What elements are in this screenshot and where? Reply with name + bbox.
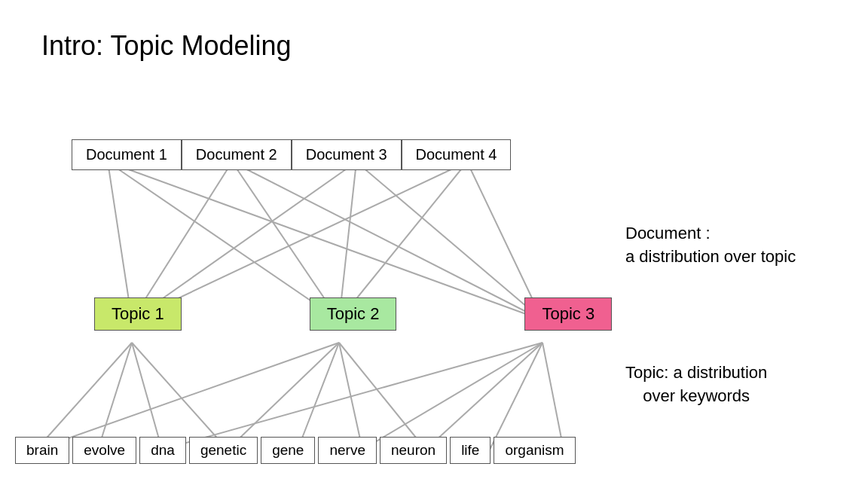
keyword-brain: brain	[15, 437, 69, 464]
keyword-organism: organism	[494, 437, 575, 464]
svg-line-21	[362, 343, 542, 450]
topic-row: Topic 1 Topic 2 Topic 3	[72, 297, 612, 331]
svg-line-3	[132, 162, 232, 320]
annotation-topic: Topic: a distribution over keywords	[625, 361, 767, 408]
svg-line-11	[467, 162, 542, 320]
svg-line-4	[232, 162, 339, 320]
keyword-row: brain evolve dna genetic gene nerve neur…	[15, 437, 576, 464]
keyword-nerve: nerve	[318, 437, 377, 464]
document-3: Document 3	[292, 139, 402, 170]
svg-line-1	[108, 162, 339, 320]
svg-line-2	[108, 162, 542, 320]
svg-line-16	[228, 343, 339, 450]
keyword-genetic: genetic	[189, 437, 258, 464]
svg-line-15	[132, 343, 228, 450]
annotation-doc-line2: a distribution over topic	[625, 247, 796, 266]
page-title: Intro: Topic Modeling	[41, 30, 292, 62]
svg-line-12	[36, 343, 132, 450]
svg-line-9	[132, 162, 467, 320]
svg-line-20	[339, 343, 426, 450]
document-1: Document 1	[72, 139, 182, 170]
svg-line-18	[339, 343, 362, 450]
svg-line-13	[98, 343, 132, 450]
svg-line-19	[36, 343, 339, 450]
svg-line-14	[132, 343, 162, 450]
annotation-doc-line1: Document :	[625, 224, 711, 242]
keyword-evolve: evolve	[72, 437, 136, 464]
keyword-gene: gene	[261, 437, 315, 464]
annotation-topic-line2: over keywords	[643, 386, 750, 405]
svg-line-5	[232, 162, 542, 320]
svg-line-8	[356, 162, 542, 320]
keyword-life: life	[450, 437, 491, 464]
svg-line-17	[298, 343, 339, 450]
topic-3: Topic 3	[524, 297, 612, 331]
svg-line-6	[132, 162, 356, 320]
svg-line-22	[426, 343, 542, 450]
topic-2: Topic 2	[310, 297, 397, 331]
document-2: Document 2	[182, 139, 292, 170]
svg-line-23	[490, 343, 542, 450]
annotation-topic-line1: Topic: a distribution	[625, 363, 767, 382]
document-row: Document 1 Document 2 Document 3 Documen…	[72, 139, 511, 170]
svg-line-7	[339, 162, 356, 320]
svg-line-0	[108, 162, 132, 320]
keyword-neuron: neuron	[380, 437, 447, 464]
annotation-document: Document : a distribution over topic	[625, 222, 796, 269]
keyword-dna: dna	[139, 437, 186, 464]
svg-line-25	[162, 343, 542, 450]
document-4: Document 4	[402, 139, 512, 170]
svg-line-10	[339, 162, 467, 320]
svg-line-24	[542, 343, 564, 450]
topic-1: Topic 1	[94, 297, 182, 331]
